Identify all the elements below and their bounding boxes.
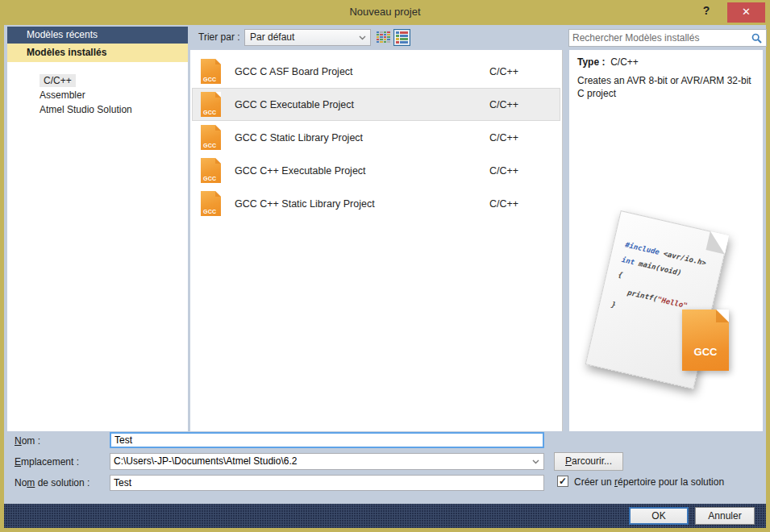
template-list: GCC GCC C ASF Board Project C/C++ GCC GC…	[190, 50, 563, 431]
gcc-file-icon: GCC	[201, 92, 221, 117]
small-icons-view-button[interactable]	[377, 31, 392, 45]
tree-item-atmel-studio-solution[interactable]: Atmel Studio Solution	[7, 102, 188, 117]
search-input[interactable]	[572, 31, 748, 45]
gcc-file-icon: GCC	[201, 191, 221, 216]
type-label: Type :	[577, 56, 605, 68]
list-item[interactable]: GCC GCC C ASF Board Project C/C++	[192, 55, 560, 88]
tree-item-c-cpp[interactable]: C/C++	[7, 73, 188, 88]
search-box	[568, 29, 767, 47]
list-item[interactable]: GCC GCC C++ Static Library Project C/C++	[192, 187, 560, 220]
small-icons-view-icon	[377, 31, 390, 44]
create-directory-label[interactable]: Créer un répertoire pour la solution	[574, 476, 724, 488]
gcc-badge-icon: GCC	[682, 310, 729, 371]
gcc-file-icon: GCC	[201, 158, 221, 183]
ok-button[interactable]: OK	[629, 507, 689, 525]
chevron-down-icon	[359, 35, 366, 40]
solution-name-input[interactable]	[110, 475, 544, 491]
gcc-file-icon: GCC	[201, 59, 221, 84]
location-label: Emplacement :	[15, 456, 79, 468]
create-directory-checkbox[interactable]: ✓	[557, 476, 568, 487]
sidebar-item-installed-templates[interactable]: Modèles installés	[7, 44, 188, 62]
footer-bar: OK Annuler	[4, 504, 766, 528]
type-value: C/C++	[610, 56, 639, 68]
name-label: Nom :	[15, 435, 40, 447]
medium-icons-view-button[interactable]	[393, 29, 410, 46]
name-input[interactable]	[110, 432, 544, 448]
solution-name-label: Nom de solution :	[15, 477, 89, 488]
gcc-file-icon: GCC	[201, 125, 221, 150]
new-project-dialog: Nouveau projet ? ✕ Modèles récents Modèl…	[0, 0, 770, 532]
template-tree: C/C++ Assembler Atmel Studio Solution	[7, 62, 188, 431]
cancel-button[interactable]: Annuler	[695, 507, 755, 525]
list-item[interactable]: GCC GCC C Static Library Project C/C++	[192, 121, 560, 154]
sidebar-item-recent-templates[interactable]: Modèles récents	[7, 27, 188, 44]
close-button[interactable]: ✕	[727, 2, 765, 23]
sort-by-label: Trier par :	[198, 25, 240, 50]
help-button[interactable]: ?	[696, 4, 717, 22]
type-line: Type : C/C++	[577, 56, 755, 68]
medium-icons-view-icon	[395, 31, 409, 44]
list-item-selected[interactable]: GCC GCC C Executable Project C/C++	[192, 88, 560, 121]
tree-item-assembler[interactable]: Assembler	[7, 88, 188, 102]
browse-button[interactable]: Parcourir...	[554, 452, 623, 471]
dialog-title: Nouveau projet	[0, 0, 770, 24]
location-dropdown[interactable]: C:\Users\-JP-\Documents\Atmel Studio\6.2	[110, 453, 544, 470]
list-item[interactable]: GCC GCC C++ Executable Project C/C++	[192, 154, 560, 187]
search-icon[interactable]	[751, 33, 762, 44]
close-icon: ✕	[742, 6, 751, 18]
template-info-panel: Type : C/C++ Creates an AVR 8-bit or AVR…	[569, 50, 763, 431]
sort-by-dropdown[interactable]: Par défaut	[244, 29, 371, 46]
title-bar: Nouveau projet ? ✕	[0, 0, 770, 25]
check-icon: ✓	[559, 476, 567, 487]
template-description: Creates an AVR 8-bit or AVR/ARM 32-bit C…	[577, 75, 755, 100]
dialog-content: Modèles récents Modèles installés C/C++ …	[4, 25, 766, 504]
chevron-down-icon	[532, 459, 539, 464]
